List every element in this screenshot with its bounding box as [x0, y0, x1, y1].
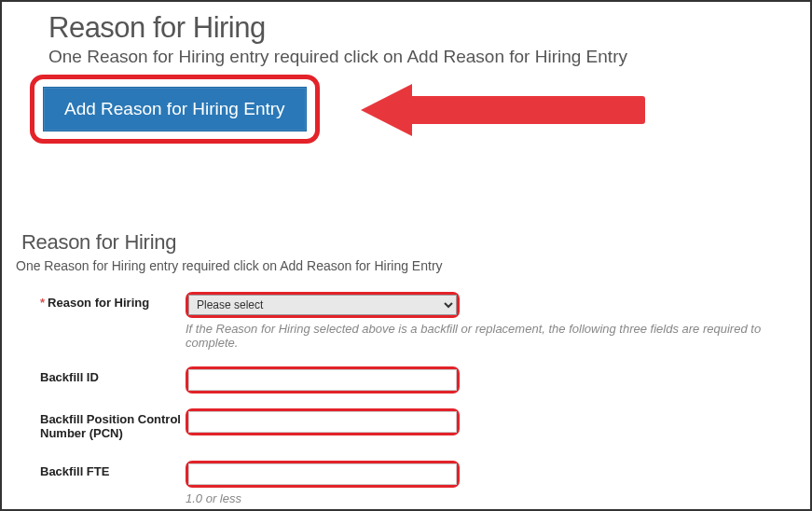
highlighted-button-callout: Add Reason for Hiring Entry [30, 75, 320, 144]
red-arrow-annotation [361, 84, 650, 135]
backfill-fte-field-col: 1.0 or less [186, 461, 796, 505]
reason-label: *Reason for Hiring [16, 292, 186, 310]
backfill-fte-label: Backfill FTE [16, 461, 186, 478]
backfill-pcn-field-col [186, 408, 796, 435]
backfill-fte-highlight [186, 461, 460, 488]
reason-highlight: Please select [186, 292, 460, 318]
top-section: Reason for Hiring One Reason for Hiring … [2, 2, 810, 67]
backfill-id-row: Backfill ID [16, 366, 796, 394]
backfill-id-highlight [186, 366, 460, 394]
reason-select[interactable]: Please select [188, 295, 457, 315]
backfill-fte-input[interactable] [188, 463, 457, 485]
required-asterisk: * [40, 296, 45, 310]
backfill-id-label: Backfill ID [16, 366, 186, 384]
arrow-shaft [403, 96, 645, 124]
reason-field-col: Please select If the Reason for Hiring s… [186, 292, 796, 350]
backfill-pcn-row: Backfill Position Control Number (PCN) [16, 408, 796, 440]
backfill-pcn-highlight [186, 408, 460, 435]
page-subtitle: One Reason for Hiring entry required cli… [48, 47, 764, 67]
backfill-id-input[interactable] [188, 369, 457, 391]
form-subtitle: One Reason for Hiring entry required cli… [16, 258, 796, 273]
backfill-pcn-input[interactable] [188, 411, 457, 433]
backfill-id-field-col [186, 366, 796, 394]
backfill-fte-help-text: 1.0 or less [186, 491, 796, 505]
page-title: Reason for Hiring [48, 11, 764, 45]
form-title: Reason for Hiring [16, 230, 796, 255]
reason-row: *Reason for Hiring Please select If the … [16, 292, 796, 350]
arrow-head-icon [361, 84, 412, 136]
reason-help-text: If the Reason for Hiring selected above … [186, 322, 796, 350]
add-reason-button-top[interactable]: Add Reason for Hiring Entry [43, 87, 307, 131]
backfill-fte-row: Backfill FTE 1.0 or less [16, 461, 796, 505]
backfill-pcn-label: Backfill Position Control Number (PCN) [16, 408, 186, 440]
page-container: Reason for Hiring One Reason for Hiring … [0, 0, 812, 511]
